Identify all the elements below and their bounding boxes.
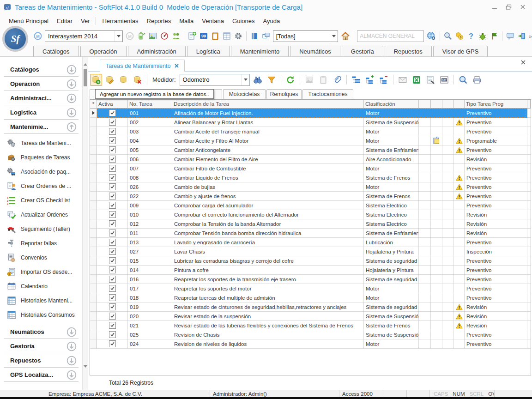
- badge-99-icon[interactable]: 99: [199, 31, 208, 41]
- activa-cell[interactable]: [97, 312, 128, 321]
- activa-checkbox[interactable]: [109, 331, 116, 338]
- menu-item-herramientas[interactable]: Herramientas: [98, 15, 142, 27]
- m-circle-icon[interactable]: M: [33, 31, 42, 41]
- sidebar-item-convenios[interactable]: Convenios: [0, 250, 82, 265]
- activa-cell[interactable]: [97, 321, 128, 330]
- table-row[interactable]: 008Cambiar Liquido de FrenosSistema de F…: [90, 173, 531, 182]
- activa-cell[interactable]: [97, 256, 128, 266]
- activa-checkbox[interactable]: [109, 276, 116, 283]
- book-icon[interactable]: [250, 31, 259, 41]
- table-row[interactable]: 006Cambiar Elemento del Filtro de AireAi…: [90, 155, 531, 164]
- table-row[interactable]: 020Revisar estado de la suspensiónSistem…: [90, 312, 531, 321]
- filter-funnel-icon[interactable]: [266, 74, 278, 86]
- company-combo[interactable]: Interasystem 2014: [45, 30, 123, 42]
- tree-list-icon[interactable]: [350, 74, 362, 86]
- table-row[interactable]: 027Lavar ChasisHojalateria y PinturaInsp…: [90, 247, 531, 256]
- tab-cat-logos[interactable]: Catálogos: [33, 46, 79, 56]
- activa-checkbox[interactable]: [109, 285, 116, 292]
- txt-export-icon[interactable]: TXT: [438, 74, 450, 86]
- table-row[interactable]: 014Pintura a cofreHojalateria y PinturaP…: [90, 266, 531, 275]
- table-row[interactable]: 001Afinación de Motor Fuel Injection.Mot…: [90, 109, 531, 118]
- activa-cell[interactable]: [97, 284, 128, 293]
- expand-arrow-icon[interactable]: [66, 327, 77, 337]
- activa-checkbox[interactable]: [109, 257, 116, 264]
- tab-visor-de-gps[interactable]: Visor de GPS: [433, 46, 488, 56]
- activa-checkbox[interactable]: [109, 239, 116, 246]
- activa-cell[interactable]: [97, 219, 128, 229]
- home-icon[interactable]: [340, 31, 351, 41]
- binoculars-icon[interactable]: [252, 74, 264, 86]
- scroll-down-icon[interactable]: [84, 365, 87, 368]
- sidebar-section-cat-logos[interactable]: Catálogos: [0, 62, 82, 77]
- refresh-icon[interactable]: [284, 74, 296, 86]
- chat-icon[interactable]: [506, 31, 515, 41]
- medidor-combo[interactable]: Odometro: [180, 74, 250, 86]
- sidebar-section-operaci-n[interactable]: Operación: [0, 77, 82, 91]
- table-row[interactable]: 011Comprobar Tensión banda bomba direcci…: [90, 229, 531, 238]
- gear-icon[interactable]: [234, 31, 243, 41]
- activa-cell[interactable]: [97, 339, 128, 349]
- flag-icon[interactable]: [490, 31, 499, 41]
- sidebar-item-crear-ordenes-de[interactable]: Crear Ordenes de ...: [0, 179, 82, 193]
- chevron-down-icon[interactable]: [242, 74, 249, 85]
- expand-arrow-icon[interactable]: [66, 93, 77, 103]
- menu-item-ayuda[interactable]: Ayuda: [259, 15, 284, 27]
- clipboard-icon[interactable]: [211, 31, 220, 41]
- image-icon[interactable]: [148, 31, 157, 41]
- column-header-blank[interactable]: [527, 100, 531, 109]
- sidebar-section-administraci-[interactable]: Administraci...: [0, 91, 82, 105]
- menu-item-malla[interactable]: Malla: [175, 15, 198, 27]
- activa-checkbox[interactable]: [109, 266, 116, 273]
- sidebar-item-tareas-de-manteni[interactable]: Tareas de Manteni...: [0, 136, 82, 150]
- activa-checkbox[interactable]: [109, 211, 116, 218]
- table-row[interactable]: 019Revisar estado de cinturones de segur…: [90, 302, 531, 312]
- expand-arrow-icon[interactable]: [66, 79, 77, 89]
- table-row[interactable]: 007Cambiar Filtro de CombustibleMotorPre…: [90, 164, 531, 173]
- activa-checkbox[interactable]: [109, 165, 116, 172]
- activa-cell[interactable]: [97, 145, 128, 155]
- menu-item-ver[interactable]: Ver: [77, 15, 94, 27]
- gauge-icon[interactable]: [160, 31, 169, 41]
- activa-checkbox[interactable]: [109, 313, 116, 320]
- activa-cell[interactable]: [97, 330, 128, 339]
- column-header-clasificaci-n[interactable]: Clasificación: [364, 100, 419, 109]
- sidebar-item-importar-os-desde[interactable]: 0Importar OS desde...: [0, 265, 82, 279]
- activa-checkbox[interactable]: [109, 119, 116, 126]
- collapse-arrow-icon[interactable]: [66, 122, 77, 132]
- toolbar-overflow-chevrons[interactable]: »: [529, 33, 532, 40]
- activa-checkbox[interactable]: [109, 230, 116, 236]
- table-row[interactable]: 013Lavado y engrasado de carroceríaLubri…: [90, 238, 531, 247]
- column-header--[interactable]: *: [90, 100, 97, 109]
- activa-checkbox[interactable]: [109, 202, 116, 209]
- users-icon[interactable]: [171, 31, 181, 41]
- table-row[interactable]: 015Lubricar las cerraduras bisagras y ce…: [90, 256, 531, 266]
- expand-arrow-icon[interactable]: [66, 370, 77, 380]
- paperclip-icon[interactable]: [331, 74, 343, 86]
- table-row[interactable]: 017Reapretar los soportes del motorMotor…: [90, 284, 531, 293]
- export-note-icon[interactable]: [424, 74, 436, 86]
- scroll-up-icon[interactable]: [84, 63, 87, 66]
- sidebar-section-mantenimie-[interactable]: Mantenimie...: [0, 120, 82, 134]
- tab-tareas-de-mantenimiento[interactable]: Tareas de Mantenimiento: [100, 60, 185, 72]
- column-header-blank[interactable]: [442, 100, 454, 109]
- sidebar-item-asociaci-n-de-paq[interactable]: Asociación de paq...: [0, 164, 82, 179]
- table-row[interactable]: 016Reapretar los soportes de la transmis…: [90, 275, 531, 284]
- activa-checkbox[interactable]: [109, 146, 116, 153]
- activa-checkbox[interactable]: [109, 128, 116, 135]
- restore-icon[interactable]: [506, 4, 512, 10]
- scope-combo[interactable]: [Todas]: [273, 30, 338, 42]
- activa-cell[interactable]: [97, 275, 128, 284]
- subtab-tractocamiones[interactable]: Tractocamiones: [302, 89, 353, 99]
- activa-checkbox[interactable]: [109, 248, 116, 255]
- excel-icon[interactable]: [411, 74, 423, 86]
- sidebar-section-logistica[interactable]: Logistica: [0, 105, 82, 120]
- pane-close-icon[interactable]: [521, 60, 526, 65]
- tab-gestor-a[interactable]: Gestoría: [342, 46, 383, 56]
- database-icon[interactable]: [118, 74, 130, 86]
- activa-cell[interactable]: [97, 118, 128, 127]
- tab-repuestos[interactable]: Repuestos: [385, 46, 432, 56]
- windows-icon[interactable]: [261, 31, 271, 41]
- warehouse-input[interactable]: [357, 30, 424, 42]
- activa-cell[interactable]: [97, 155, 128, 164]
- column-header-activa[interactable]: Activa: [97, 100, 128, 109]
